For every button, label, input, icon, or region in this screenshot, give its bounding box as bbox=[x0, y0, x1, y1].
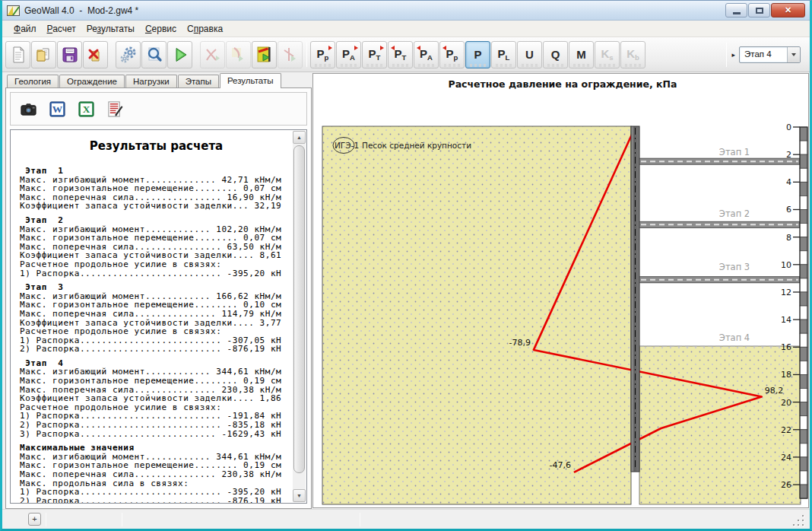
menu-bar: ФайлРасчетРезультатыСервисСправка bbox=[2, 21, 810, 37]
add-stage-button[interactable]: + bbox=[28, 513, 41, 526]
ruler-block bbox=[800, 182, 807, 196]
scrollbar-thumb[interactable] bbox=[293, 145, 305, 473]
stage-labels-group: Этап 1Этап 2Этап 3Этап 4 bbox=[719, 147, 750, 343]
soil-zone-code: ИГЭ-1 bbox=[335, 141, 359, 150]
toolbar-button-pa-left[interactable]: PA bbox=[414, 41, 439, 68]
report-toolbar: W X bbox=[10, 92, 307, 126]
toolbar-button-ks[interactable]: Ks bbox=[595, 41, 620, 68]
ruler-block bbox=[800, 168, 807, 182]
toolbar-button-u[interactable]: U bbox=[517, 41, 542, 68]
tab-results[interactable]: Результаты bbox=[220, 73, 281, 88]
ruler-block bbox=[800, 154, 807, 168]
toolbar-button-kb[interactable]: Kb bbox=[620, 41, 645, 68]
diagram-ghost-icon bbox=[625, 64, 641, 67]
menu-file[interactable]: Файл bbox=[8, 22, 42, 36]
ruler-block bbox=[800, 306, 807, 320]
tab-loads[interactable]: Нагрузки bbox=[125, 75, 177, 87]
red-arrow-left-icon bbox=[391, 46, 395, 50]
pressure-chart-panel: Этап 1Этап 2Этап 3Этап 4 024681012141618… bbox=[312, 73, 809, 508]
ruler-block bbox=[800, 333, 807, 347]
maximize-button[interactable] bbox=[748, 3, 770, 17]
diagram-ghost-icon bbox=[522, 64, 538, 67]
stage-label: Этап 3 bbox=[719, 262, 750, 272]
scrollbar-up-button[interactable]: ▲ bbox=[293, 131, 306, 144]
chart-title: Расчетное давление на ограждение, кПа bbox=[449, 78, 677, 90]
pressure-diagram-button[interactable] bbox=[252, 41, 277, 68]
report-editor-icon[interactable] bbox=[106, 100, 124, 118]
results-scrollbar[interactable]: ▲ ▼ bbox=[293, 131, 306, 502]
diagram-ghost-icon bbox=[547, 64, 563, 67]
ruler-tick-label: 16 bbox=[781, 342, 791, 352]
ruler-block bbox=[800, 209, 807, 223]
close-file-icon bbox=[87, 46, 105, 64]
app-window: GeoWall 4.0 - Mod-2.gw4 * ✕ ФайлРасчетРе… bbox=[0, 0, 812, 531]
ruler-block bbox=[800, 320, 807, 333]
toolbar-button-pp-right[interactable]: Pp bbox=[310, 41, 335, 68]
close-file-button[interactable] bbox=[83, 41, 108, 68]
red-arrow-right-icon bbox=[380, 46, 384, 50]
new-file-button[interactable] bbox=[5, 41, 30, 68]
pressure-value-label: -78,9 bbox=[509, 338, 530, 348]
menu-calculation[interactable]: Расчет bbox=[42, 22, 81, 36]
tab-geology[interactable]: Геология bbox=[7, 75, 59, 87]
toolbar-button-pp-left[interactable]: Pp bbox=[439, 41, 465, 68]
save-file-button[interactable] bbox=[57, 41, 82, 68]
ruler-block bbox=[800, 430, 807, 444]
displacement-diagram-button[interactable] bbox=[226, 41, 251, 68]
left-panel: Геология Ограждение Нагрузки Этапы Резул… bbox=[2, 72, 312, 509]
toolbar-button-q[interactable]: Q bbox=[543, 41, 568, 68]
close-button[interactable]: ✕ bbox=[771, 3, 805, 17]
ruler-tick-label: 24 bbox=[781, 453, 791, 463]
magnifier-icon bbox=[145, 46, 163, 64]
ruler-block bbox=[800, 471, 807, 485]
toolbar-button-pt-left[interactable]: PT bbox=[388, 41, 413, 68]
red-arrow-right-icon bbox=[354, 46, 358, 50]
toolbar-button-p-total[interactable]: P bbox=[465, 41, 490, 68]
snapshot-camera-icon[interactable] bbox=[20, 100, 37, 118]
moment-diagram-button[interactable] bbox=[200, 41, 225, 68]
settings-button[interactable] bbox=[116, 41, 141, 68]
ruler-block bbox=[800, 374, 807, 388]
results-line: Расчетное продольное усилие в связях: bbox=[20, 260, 293, 269]
diagram-ghost-icon bbox=[366, 64, 382, 67]
export-word-icon[interactable]: W bbox=[49, 100, 66, 118]
pressure-value-label: 98,2 bbox=[765, 386, 784, 396]
toolbar-overflow-arrow[interactable]: ▸ bbox=[731, 51, 735, 59]
tab-stages[interactable]: Этапы bbox=[178, 75, 219, 87]
ruler-block bbox=[800, 196, 807, 209]
tab-wall[interactable]: Ограждение bbox=[59, 75, 125, 87]
open-folder-icon bbox=[35, 46, 53, 64]
toolbar-button-m[interactable]: M bbox=[569, 41, 594, 68]
run-calculation-button[interactable] bbox=[167, 41, 192, 68]
new-document-icon bbox=[9, 46, 27, 64]
toolbar-button-pt-right[interactable]: PT bbox=[362, 41, 387, 68]
diagram-ghost-icon bbox=[418, 64, 434, 67]
preview-button[interactable] bbox=[141, 41, 167, 68]
soil-left-region bbox=[322, 126, 631, 504]
ruler-block bbox=[800, 361, 807, 374]
ruler-tick-label: 26 bbox=[781, 480, 791, 490]
menu-service[interactable]: Сервис bbox=[140, 22, 182, 36]
scrollbar-down-button[interactable]: ▼ bbox=[293, 489, 306, 502]
force-diagram-button[interactable] bbox=[278, 41, 303, 68]
minimize-button[interactable] bbox=[725, 3, 747, 17]
red-arrow-left-icon bbox=[442, 46, 446, 50]
menu-help[interactable]: Справка bbox=[182, 22, 228, 36]
ruler-tick-label: 18 bbox=[781, 370, 791, 380]
stage-select-dropdown-button[interactable] bbox=[787, 47, 800, 62]
stage-select[interactable]: Этап 4 bbox=[739, 46, 801, 63]
results-text-box: Результаты расчета Этап 1Макс. изгибающи… bbox=[10, 129, 307, 504]
ruler-tick-label: 20 bbox=[781, 398, 791, 408]
results-line: 2) Распорка.......................... -8… bbox=[20, 497, 293, 503]
results-line: 3) Распорка......................... -16… bbox=[20, 430, 293, 439]
export-excel-icon[interactable]: X bbox=[78, 100, 95, 118]
open-file-button[interactable] bbox=[31, 41, 56, 68]
resize-grip[interactable] bbox=[793, 515, 804, 526]
stage-label: Этап 4 bbox=[719, 332, 750, 343]
toolbar-button-pl[interactable]: PL bbox=[491, 41, 516, 68]
results-line: 1) Распорка.......................... -3… bbox=[20, 269, 293, 278]
toolbar-button-pa-right[interactable]: PA bbox=[336, 41, 361, 68]
ruler-tick-label: 14 bbox=[781, 315, 791, 325]
ruler-block bbox=[800, 141, 807, 154]
menu-results[interactable]: Результаты bbox=[81, 22, 140, 36]
